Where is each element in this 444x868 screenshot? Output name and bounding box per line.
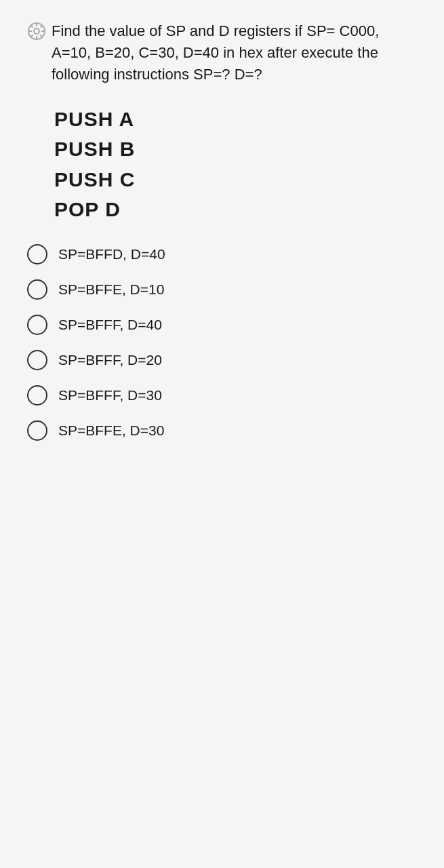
option-item[interactable]: SP=BFFE, D=30 [27, 420, 417, 441]
radio-circle[interactable] [27, 315, 47, 335]
svg-line-8 [40, 25, 42, 27]
option-item[interactable]: SP=BFFD, D=40 [27, 244, 417, 264]
option-item[interactable]: SP=BFFF, D=30 [27, 385, 417, 406]
option-label: SP=BFFF, D=20 [58, 352, 162, 368]
svg-line-9 [31, 35, 33, 37]
svg-point-1 [34, 28, 39, 34]
radio-circle[interactable] [27, 350, 47, 370]
option-label: SP=BFFF, D=40 [58, 317, 162, 333]
radio-circle[interactable] [27, 420, 47, 441]
radio-circle[interactable] [27, 279, 47, 300]
svg-line-7 [40, 35, 42, 37]
option-item[interactable]: SP=BFFE, D=10 [27, 279, 417, 300]
radio-circle[interactable] [27, 385, 47, 406]
option-item[interactable]: SP=BFFF, D=40 [27, 315, 417, 335]
question-header: Find the value of SP and D registers if … [27, 20, 417, 85]
options-list: SP=BFFD, D=40SP=BFFE, D=10SP=BFFF, D=40S… [27, 244, 417, 441]
option-label: SP=BFFF, D=30 [58, 387, 162, 403]
instruction-line: PUSH A [54, 106, 417, 134]
question-text: Find the value of SP and D registers if … [52, 20, 417, 85]
option-item[interactable]: SP=BFFF, D=20 [27, 350, 417, 370]
instruction-line: PUSH C [54, 166, 417, 194]
settings-icon [27, 22, 46, 41]
instruction-line: PUSH B [54, 136, 417, 163]
svg-line-6 [31, 25, 33, 27]
option-label: SP=BFFE, D=30 [58, 422, 164, 439]
option-label: SP=BFFE, D=10 [58, 281, 164, 298]
question-container: Find the value of SP and D registers if … [27, 20, 417, 441]
instruction-line: POP D [54, 196, 417, 224]
instructions-block: PUSH APUSH BPUSH CPOP D [54, 106, 417, 224]
radio-circle[interactable] [27, 244, 47, 264]
option-label: SP=BFFD, D=40 [58, 246, 165, 262]
